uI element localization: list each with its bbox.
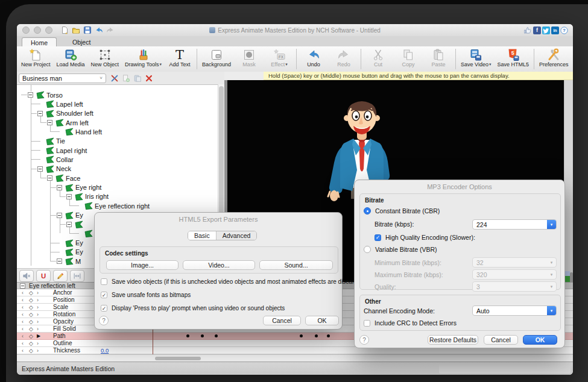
window-close-button[interactable] [22, 27, 30, 34]
keyframe-dot[interactable] [300, 334, 303, 337]
prev-keyframe-button[interactable]: ‹ [22, 333, 24, 340]
thickness-value[interactable]: 0.0 [101, 347, 109, 354]
toolbar-button-save-video[interactable]: Save Video▾ [458, 46, 494, 72]
image-codec-button[interactable]: Image... [106, 260, 179, 270]
crc-checkbox[interactable] [364, 320, 370, 327]
help-button[interactable]: ? [99, 316, 109, 325]
vbr-radio[interactable] [364, 246, 371, 253]
tree-item-collar[interactable]: Collar [17, 155, 218, 164]
next-keyframe-button[interactable]: › [37, 318, 39, 325]
facebook-icon[interactable]: f [533, 27, 541, 34]
toolbar-button-preferences[interactable]: Preferences [536, 46, 572, 72]
toolbar-button-drawing-tools[interactable]: Drawing Tools▾ [122, 46, 165, 72]
tree-collapse-box[interactable] [66, 222, 72, 227]
help-icon[interactable]: ? [560, 27, 568, 34]
add-keyframe-button[interactable]: ◇ [29, 311, 33, 318]
add-keyframe-button[interactable]: ◇ [29, 296, 33, 304]
toolbar-button-undo[interactable]: Undo [299, 46, 329, 72]
redo-small-icon[interactable] [106, 26, 115, 35]
toolbar-button-add-text[interactable]: TAdd Text [165, 46, 195, 72]
object-selector[interactable]: Business man ˅ [19, 74, 106, 83]
tree-item-face[interactable]: Face [17, 174, 218, 183]
save-icon[interactable] [83, 26, 92, 35]
add-keyframe-button[interactable]: ◇ [29, 347, 33, 354]
tab-home[interactable]: Home [22, 37, 57, 47]
toolbar-button-new-project[interactable]: New Project [18, 46, 54, 72]
cancel-button[interactable]: Cancel [484, 335, 518, 345]
collapse-box[interactable] [20, 283, 25, 289]
prev-keyframe-button[interactable]: ‹ [22, 325, 24, 333]
window-minimize-button[interactable] [34, 27, 41, 34]
prev-keyframe-button[interactable]: ‹ [22, 289, 24, 296]
open-folder-icon[interactable] [71, 26, 80, 35]
toolbar-button-new-object[interactable]: New Object [88, 46, 122, 72]
help-button[interactable]: ? [359, 335, 369, 345]
hq-encoding-checkbox[interactable]: ✓ [375, 234, 381, 241]
next-keyframe-button[interactable]: › [37, 325, 39, 333]
duplicate-button[interactable] [121, 74, 131, 83]
video-codec-button[interactable]: Video... [183, 260, 255, 270]
undo-small-icon[interactable] [94, 26, 103, 35]
tree-item-shoulder-left[interactable]: Shoulder left [17, 109, 218, 118]
toolbar-button-background[interactable]: Background [199, 46, 234, 72]
prev-keyframe-button[interactable]: ‹ [22, 347, 24, 354]
tree-collapse-box[interactable] [66, 194, 72, 199]
cancel-button[interactable]: Cancel [263, 316, 301, 325]
tab-basic[interactable]: Basic [188, 231, 216, 240]
tree-item-torso[interactable]: Torso [17, 90, 218, 99]
tab-advanced[interactable]: Advanced [216, 231, 257, 240]
press-to-play-checkbox[interactable]: ✓ [101, 305, 107, 312]
tree-collapse-box[interactable] [37, 166, 43, 172]
timeline-hscrollbar[interactable] [17, 354, 573, 362]
tree-item-tie[interactable]: Tie [17, 137, 218, 146]
tree-collapse-box[interactable] [57, 213, 62, 218]
prev-keyframe-button[interactable]: ‹ [22, 340, 24, 347]
twitter-icon[interactable] [542, 27, 550, 34]
keyframe-dot[interactable] [215, 334, 218, 337]
tree-item-lapel-right[interactable]: Lapel right [17, 146, 218, 155]
cbr-radio[interactable] [364, 207, 371, 214]
keyframe-dot[interactable] [327, 334, 330, 337]
sound-codec-button[interactable]: Sound... [259, 260, 333, 270]
tree-item-hand-left[interactable]: Hand left [17, 127, 218, 136]
prev-keyframe-button[interactable]: ‹ [22, 296, 24, 304]
tree-item-arm-left[interactable]: Arm left [17, 118, 218, 127]
add-keyframe-button[interactable]: ◇ [29, 333, 33, 340]
prev-keyframe-button[interactable]: ‹ [22, 304, 24, 311]
tab-object[interactable]: Object [64, 37, 99, 46]
tree-item-eye-right[interactable]: Eye right [17, 183, 218, 192]
keyframe-dot[interactable] [315, 334, 318, 337]
next-keyframe-button[interactable]: › [37, 296, 39, 304]
tree-item-iris-right[interactable]: Iris right [17, 192, 218, 201]
draw-tool-button[interactable] [53, 270, 68, 282]
ok-button[interactable]: OK [523, 335, 557, 345]
tree-collapse-box[interactable] [47, 120, 52, 125]
ok-button[interactable]: OK [305, 316, 339, 325]
new-file-icon[interactable] [60, 26, 69, 35]
add-keyframe-button[interactable]: ◇ [29, 304, 33, 311]
keyframe-dot[interactable] [186, 334, 189, 337]
next-keyframe-button[interactable]: › [37, 340, 39, 347]
tree-collapse-box[interactable] [47, 175, 52, 181]
tree-collapse-box[interactable] [57, 258, 62, 264]
save-unsafe-fonts-checkbox[interactable]: ✓ [101, 292, 107, 298]
add-keyframe-button[interactable]: ◇ [29, 325, 33, 333]
u-tool-button[interactable]: U [36, 270, 51, 282]
restore-defaults-button[interactable]: Restore Defaults [428, 335, 478, 345]
window-zoom-button[interactable] [45, 27, 52, 34]
audio-mute-button[interactable] [19, 270, 34, 282]
edit-tools-button[interactable] [109, 74, 119, 83]
tree-item-neck[interactable]: Neck [17, 164, 218, 174]
add-keyframe-button[interactable]: ◇ [29, 289, 33, 296]
tree-collapse-box[interactable] [37, 111, 43, 116]
add-keyframe-button[interactable]: ◇ [29, 340, 33, 347]
thumbs-up-icon[interactable] [523, 26, 532, 34]
next-keyframe-button[interactable]: › [37, 347, 39, 354]
next-keyframe-button[interactable]: › [37, 289, 39, 296]
prev-keyframe-button[interactable]: ‹ [22, 311, 24, 318]
delete-button[interactable] [144, 74, 154, 83]
tree-collapse-box[interactable] [28, 92, 33, 98]
prev-keyframe-button[interactable]: ‹ [22, 318, 24, 325]
bitrate-select[interactable]: 224 ▾ [472, 219, 557, 230]
tree-collapse-box[interactable] [57, 185, 62, 190]
